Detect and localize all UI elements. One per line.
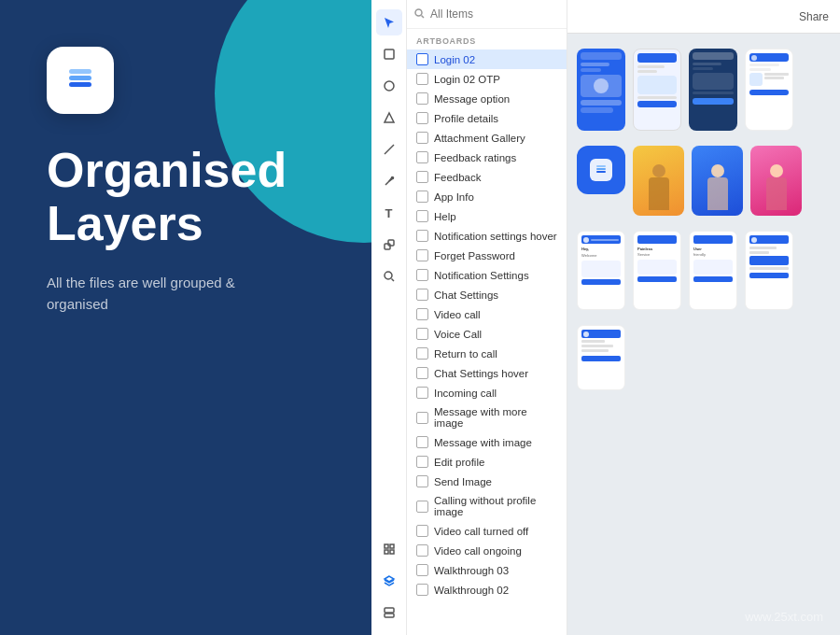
layer-item[interactable]: Chat Settings <box>407 285 567 304</box>
shape-tool[interactable] <box>376 232 402 258</box>
preview-row-4 <box>577 325 831 390</box>
svg-line-10 <box>391 279 394 282</box>
layers-panel: ARTBOARDS Login 02Login 02 OTPMessage op… <box>407 0 567 635</box>
svg-rect-1 <box>69 76 91 80</box>
svg-rect-2 <box>69 69 91 74</box>
preview-row-3: Hey, Welcome Painless Service User frien… <box>577 231 831 310</box>
small-phone-3: User friendly <box>689 231 737 310</box>
layer-item[interactable]: Send Image <box>407 472 567 491</box>
layer-item[interactable]: Voice Call <box>407 324 567 344</box>
svg-point-4 <box>385 81 394 91</box>
layer-item-label: Walkthrough 03 <box>434 565 509 576</box>
canvas-area: Share <box>567 0 840 635</box>
layer-item-label: Incoming call <box>434 388 497 399</box>
layer-item-label: Message option <box>434 93 510 105</box>
frame-tool[interactable] <box>376 41 402 67</box>
pen-tool[interactable] <box>376 168 402 194</box>
svg-line-18 <box>422 15 425 18</box>
layers-tool[interactable] <box>376 568 402 594</box>
small-phone-2: Painless Service <box>633 231 681 310</box>
svg-rect-11 <box>385 544 388 548</box>
preview-row-2 <box>577 146 831 216</box>
svg-rect-8 <box>388 240 394 246</box>
search-bar <box>407 0 567 29</box>
layer-item[interactable]: Login 02 OTP <box>407 69 567 89</box>
layer-item[interactable]: Message with more image <box>407 402 567 432</box>
layer-item[interactable]: Video call ongoing <box>407 541 567 560</box>
layer-item[interactable]: Login 02 <box>407 49 567 69</box>
layer-item[interactable]: Feedback ratings <box>407 148 567 167</box>
text-tool[interactable]: T <box>376 200 402 226</box>
photo-thumb-blue <box>692 146 743 216</box>
tool-sidebar: T <box>371 0 407 635</box>
svg-rect-3 <box>385 49 394 59</box>
svg-rect-14 <box>390 550 394 554</box>
layer-item[interactable]: Profile details <box>407 108 567 128</box>
artboards-section-label: ARTBOARDS <box>407 29 567 49</box>
layer-item[interactable]: Edit profile <box>407 452 567 472</box>
layer-item[interactable]: App Info <box>407 187 567 206</box>
layer-item[interactable]: Walkthrough 02 <box>407 580 567 600</box>
layer-item-label: Feedback <box>434 172 482 183</box>
layer-item[interactable]: Walkthrough 03 <box>407 560 567 580</box>
share-button[interactable]: Share <box>799 10 829 23</box>
layer-item[interactable]: Calling without profile image <box>407 491 567 521</box>
app-icon-preview <box>577 146 625 194</box>
svg-point-17 <box>415 9 422 16</box>
triangle-tool[interactable] <box>376 105 402 131</box>
phone-preview-3 <box>689 49 737 131</box>
phone-preview-2 <box>633 49 681 131</box>
layers-panel-toggle[interactable] <box>376 536 402 562</box>
svg-rect-19 <box>596 171 606 173</box>
layer-item[interactable]: Feedback <box>407 167 567 187</box>
search-icon <box>414 8 425 21</box>
cursor-tool[interactable] <box>376 9 402 35</box>
search-tool[interactable] <box>376 263 402 289</box>
layer-item[interactable]: Attachment Gallery <box>407 128 567 148</box>
search-input[interactable] <box>430 7 559 21</box>
phone-preview-1 <box>577 49 625 131</box>
phone-preview-4 <box>745 49 793 131</box>
layer-item-label: Video call turned off <box>434 526 528 537</box>
layer-item-label: Voice Call <box>434 329 482 340</box>
small-phone-1: Hey, Welcome <box>577 231 625 310</box>
canvas-topbar: Share <box>567 0 840 34</box>
layer-item-label: Chat Settings <box>434 289 498 301</box>
circle-tool[interactable] <box>376 73 402 99</box>
layer-item-label: Feedback ratings <box>434 152 516 163</box>
photo-thumb-pink <box>750 146 802 216</box>
svg-line-5 <box>385 145 394 154</box>
layer-item[interactable]: Video call <box>407 304 567 324</box>
svg-rect-16 <box>385 608 394 613</box>
layer-item-label: Message with more image <box>434 406 557 429</box>
app-icon <box>47 47 114 114</box>
layer-item-label: Login 02 OTP <box>434 74 500 85</box>
left-panel: Organised Layers All the files are well … <box>0 0 364 635</box>
layer-item[interactable]: Video call turned off <box>407 521 567 541</box>
small-phone-4 <box>745 231 793 310</box>
layer-item[interactable]: Forget Password <box>407 246 567 265</box>
layer-item[interactable]: Chat Settings hover <box>407 363 567 383</box>
svg-rect-15 <box>385 614 394 617</box>
subtext: All the files are well grouped & organis… <box>47 273 271 315</box>
layer-item-label: Chat Settings hover <box>434 368 528 379</box>
layer-item-label: Return to call <box>434 348 497 360</box>
layer-item[interactable]: Return to call <box>407 344 567 363</box>
layer-item[interactable]: Notification Settings <box>407 265 567 285</box>
layer-item[interactable]: Message option <box>407 89 567 108</box>
layer-item[interactable]: Incoming call <box>407 383 567 402</box>
layer-item[interactable]: Message with image <box>407 432 567 452</box>
layer-item-label: Message with image <box>434 437 532 448</box>
assets-tool[interactable] <box>376 600 402 626</box>
layers-list: Login 02Login 02 OTPMessage optionProfil… <box>407 49 567 600</box>
layer-item-label: Notification Settings <box>434 270 529 281</box>
layer-item[interactable]: Notification settings hover <box>407 226 567 246</box>
line-tool[interactable] <box>376 136 402 162</box>
svg-rect-13 <box>385 550 388 554</box>
layer-item[interactable]: Help <box>407 206 567 226</box>
layer-item-label: Attachment Gallery <box>434 133 525 144</box>
layer-item-label: Forget Password <box>434 250 515 261</box>
layer-item-label: Profile details <box>434 113 498 124</box>
svg-rect-21 <box>596 165 606 167</box>
svg-rect-12 <box>390 544 394 548</box>
